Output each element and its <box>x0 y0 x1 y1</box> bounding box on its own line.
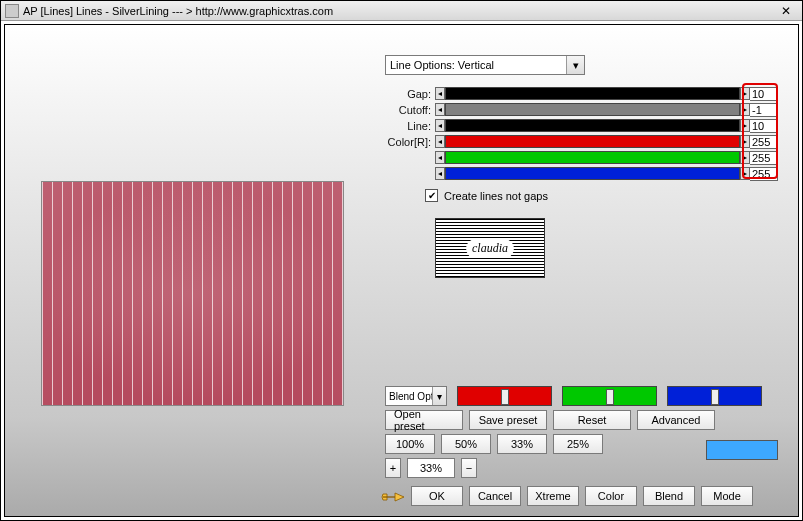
line-slider-row: Line: ◂ ▸ 10 <box>385 118 778 133</box>
zoom-minus-button[interactable]: − <box>461 458 477 478</box>
xtreme-button[interactable]: Xtreme <box>527 486 579 506</box>
zoom-25-button[interactable]: 25% <box>553 434 603 454</box>
preset-row: Open preset Save preset Reset Advanced <box>385 410 778 430</box>
gap-value[interactable]: 10 <box>750 87 778 101</box>
app-icon <box>5 4 19 18</box>
create-lines-label: Create lines not gaps <box>444 190 548 202</box>
blend-label: Blend Opti <box>389 391 436 402</box>
line-slider[interactable] <box>445 119 740 132</box>
g-slider[interactable] <box>445 151 740 164</box>
cutoff-slider-row: Cutoff: ◂ ▸ -1 <box>385 102 778 117</box>
color-r-slider-row: Color[R]: ◂ ▸ 255 <box>385 134 778 149</box>
controls-pane: Line Options: Vertical ▾ Gap: ◂ ▸ 10 Cut… <box>385 55 778 506</box>
close-button[interactable]: ✕ <box>774 3 798 19</box>
b-dec[interactable]: ◂ <box>435 167 445 180</box>
preview-lines-overlay <box>42 182 343 405</box>
color-b-slider-row: ◂ ▸ 255 <box>385 166 778 181</box>
gap-slider-row: Gap: ◂ ▸ 10 <box>385 86 778 101</box>
b-value[interactable]: 255 <box>750 167 778 181</box>
line-options-dropdown[interactable]: Line Options: Vertical ▾ <box>385 55 585 75</box>
save-preset-button[interactable]: Save preset <box>469 410 547 430</box>
cutoff-dec[interactable]: ◂ <box>435 103 445 116</box>
g-inc[interactable]: ▸ <box>740 151 750 164</box>
author-logo: claudia <box>435 218 545 278</box>
zoom-33-button[interactable]: 33% <box>497 434 547 454</box>
blend-button[interactable]: Blend <box>643 486 695 506</box>
line-dec[interactable]: ◂ <box>435 119 445 132</box>
create-lines-row: ✔ Create lines not gaps <box>425 189 778 202</box>
r-value[interactable]: 255 <box>750 135 778 149</box>
gap-slider[interactable] <box>445 87 740 100</box>
reset-button[interactable]: Reset <box>553 410 631 430</box>
mode-button[interactable]: Mode <box>701 486 753 506</box>
author-logo-text: claudia <box>466 239 514 258</box>
plugin-window: AP [Lines] Lines - SilverLining --- > ht… <box>0 0 803 521</box>
line-label: Line: <box>385 120 435 132</box>
g-dec[interactable]: ◂ <box>435 151 445 164</box>
advanced-button[interactable]: Advanced <box>637 410 715 430</box>
blend-blue-slider[interactable] <box>667 386 762 406</box>
open-preset-button[interactable]: Open preset <box>385 410 463 430</box>
r-dec[interactable]: ◂ <box>435 135 445 148</box>
b-inc[interactable]: ▸ <box>740 167 750 180</box>
cutoff-inc[interactable]: ▸ <box>740 103 750 116</box>
zoom-100-button[interactable]: 100% <box>385 434 435 454</box>
bottom-controls: Blend Opti ▾ Open preset Save preset Res… <box>385 386 778 506</box>
color-g-slider-row: ◂ ▸ 255 <box>385 150 778 165</box>
cancel-button[interactable]: Cancel <box>469 486 521 506</box>
color-swatch[interactable] <box>706 440 778 460</box>
line-options-value: Line Options: Vertical <box>390 59 494 71</box>
cutoff-slider[interactable] <box>445 103 740 116</box>
gap-dec[interactable]: ◂ <box>435 87 445 100</box>
color-button[interactable]: Color <box>585 486 637 506</box>
r-slider[interactable] <box>445 135 740 148</box>
b-slider[interactable] <box>445 167 740 180</box>
blend-options-dropdown[interactable]: Blend Opti ▾ <box>385 386 447 406</box>
client-area: Line Options: Vertical ▾ Gap: ◂ ▸ 10 Cut… <box>4 24 799 517</box>
chevron-down-icon[interactable]: ▾ <box>566 56 584 74</box>
pointing-hand-icon <box>381 488 405 506</box>
preview-canvas <box>41 181 344 406</box>
custom-zoom-row: + 33% − <box>385 458 778 478</box>
create-lines-checkbox[interactable]: ✔ <box>425 189 438 202</box>
zoom-50-button[interactable]: 50% <box>441 434 491 454</box>
ok-button[interactable]: OK <box>411 486 463 506</box>
zoom-plus-button[interactable]: + <box>385 458 401 478</box>
blend-row: Blend Opti ▾ <box>385 386 778 406</box>
zoom-value-field[interactable]: 33% <box>407 458 455 478</box>
color-r-label: Color[R]: <box>385 136 435 148</box>
r-inc[interactable]: ▸ <box>740 135 750 148</box>
gap-label: Gap: <box>385 88 435 100</box>
action-row: OK Cancel Xtreme Color Blend Mode <box>385 486 778 506</box>
cutoff-label: Cutoff: <box>385 104 435 116</box>
blend-red-slider[interactable] <box>457 386 552 406</box>
cutoff-value[interactable]: -1 <box>750 103 778 117</box>
g-value[interactable]: 255 <box>750 151 778 165</box>
blend-green-slider[interactable] <box>562 386 657 406</box>
gap-inc[interactable]: ▸ <box>740 87 750 100</box>
chevron-down-icon[interactable]: ▾ <box>432 387 446 405</box>
titlebar[interactable]: AP [Lines] Lines - SilverLining --- > ht… <box>1 1 802 21</box>
line-value[interactable]: 10 <box>750 119 778 133</box>
line-inc[interactable]: ▸ <box>740 119 750 132</box>
window-title: AP [Lines] Lines - SilverLining --- > ht… <box>23 5 774 17</box>
